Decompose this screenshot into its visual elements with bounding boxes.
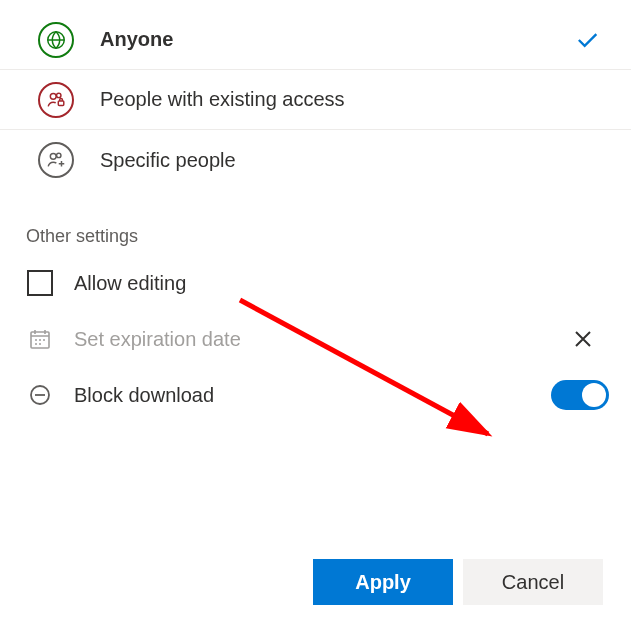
option-label: Specific people [100,149,236,172]
block-download-row: Block download [0,367,631,423]
svg-point-1 [50,93,56,99]
svg-point-5 [57,153,61,157]
people-plus-icon [38,142,74,178]
svg-point-2 [57,93,61,97]
option-label: People with existing access [100,88,345,111]
checkbox-icon[interactable] [26,269,54,297]
people-lock-icon [38,82,74,118]
share-option-list: Anyone People with existing access Speci… [0,0,631,190]
toggle-knob [582,383,606,407]
cancel-button[interactable]: Cancel [463,559,603,605]
allow-editing-row[interactable]: Allow editing [0,255,631,311]
option-label: Anyone [100,28,173,51]
expiration-row[interactable]: Set expiration date [0,311,631,367]
allow-editing-label: Allow editing [74,272,186,295]
option-anyone[interactable]: Anyone [0,10,631,70]
calendar-icon [26,325,54,353]
option-existing-access[interactable]: People with existing access [0,70,631,130]
allow-editing-checkbox[interactable] [27,270,53,296]
section-other-settings: Other settings [0,190,631,255]
svg-rect-3 [58,100,63,105]
block-download-toggle[interactable] [551,380,609,410]
globe-icon [38,22,74,58]
block-download-label: Block download [74,384,214,407]
dialog-footer: Apply Cancel [313,559,603,605]
expiration-label: Set expiration date [74,328,241,351]
apply-button[interactable]: Apply [313,559,453,605]
check-icon [573,26,601,54]
block-icon [26,381,54,409]
clear-date-button[interactable] [571,327,595,351]
option-specific-people[interactable]: Specific people [0,130,631,190]
svg-point-4 [50,153,56,159]
